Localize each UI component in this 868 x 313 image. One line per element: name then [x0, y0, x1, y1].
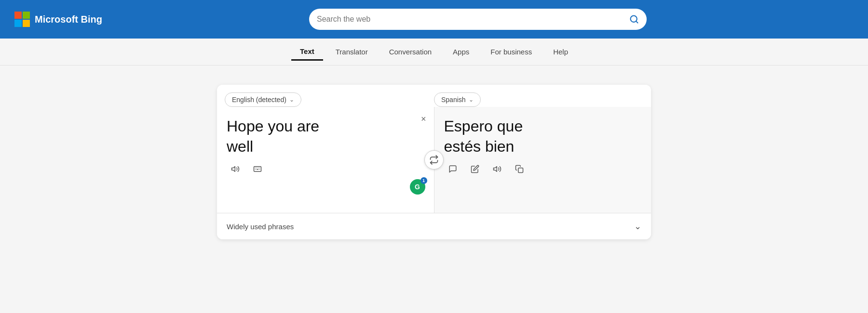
svg-marker-4	[493, 167, 497, 172]
header: Microsoft Bing	[0, 0, 868, 39]
target-pencil-button[interactable]	[466, 160, 484, 178]
svg-rect-5	[518, 168, 523, 173]
swap-wrap	[424, 150, 444, 170]
source-lang-area: English (detected) ⌄	[225, 92, 434, 107]
ms-logo-red	[14, 12, 22, 19]
target-lang-chevron-icon: ⌄	[469, 96, 474, 103]
grammarly-circle: G 1	[410, 179, 425, 195]
nav-item-conversation[interactable]: Conversation	[380, 44, 440, 60]
search-button[interactable]	[629, 14, 639, 24]
translator-card: English (detected) ⌄ Spanish ⌄ Hope you …	[217, 85, 651, 239]
source-text-input[interactable]: Hope you are well	[227, 117, 424, 156]
nav-item-text[interactable]: Text	[291, 43, 323, 61]
ms-logo-green	[23, 12, 30, 19]
translated-text: Espero que estés bien	[444, 117, 642, 156]
target-lang-area: Spanish ⌄	[434, 92, 643, 107]
source-lang-dropdown[interactable]: English (detected) ⌄	[225, 92, 301, 107]
swap-button[interactable]	[424, 150, 444, 170]
source-panel-actions	[227, 156, 424, 180]
ms-logo	[14, 12, 30, 27]
ms-logo-blue	[14, 20, 22, 27]
logo-area: Microsoft Bing	[14, 12, 102, 27]
target-speak-button[interactable]	[488, 160, 506, 178]
translation-panels: Hope you are well ×	[217, 107, 651, 213]
logo-text: Microsoft Bing	[35, 14, 102, 25]
clear-button[interactable]: ×	[421, 115, 426, 123]
lang-selectors: English (detected) ⌄ Spanish ⌄	[217, 85, 651, 107]
phrases-label: Widely used phrases	[227, 222, 294, 231]
svg-line-1	[636, 21, 638, 23]
grammarly-icon[interactable]: G 1	[410, 179, 425, 195]
navbar: Text Translator Conversation Apps For bu…	[0, 39, 868, 65]
nav-item-translator[interactable]: Translator	[327, 44, 377, 60]
search-area	[102, 9, 854, 30]
source-lang-label: English (detected)	[232, 96, 286, 104]
nav-item-apps[interactable]: Apps	[444, 44, 478, 60]
target-panel-actions	[444, 156, 642, 180]
svg-marker-2	[232, 167, 235, 172]
source-speak-button[interactable]	[227, 160, 244, 178]
source-keyboard-button[interactable]	[249, 160, 266, 178]
phrases-chevron-icon: ⌄	[634, 221, 641, 232]
source-text-line1: Hope you are	[227, 117, 319, 135]
target-lang-dropdown[interactable]: Spanish ⌄	[434, 92, 481, 107]
source-text-line2: well	[227, 138, 253, 155]
phrases-bar[interactable]: Widely used phrases ⌄	[217, 213, 651, 239]
main-content: English (detected) ⌄ Spanish ⌄ Hope you …	[0, 65, 868, 259]
source-lang-chevron-icon: ⌄	[289, 96, 294, 103]
search-input[interactable]	[317, 15, 625, 24]
target-panel: Espero que estés bien	[434, 107, 651, 213]
source-panel: Hope you are well ×	[217, 107, 434, 213]
target-lang-label: Spanish	[441, 96, 466, 104]
search-box	[309, 9, 647, 30]
nav-item-help[interactable]: Help	[544, 44, 577, 60]
ms-logo-yellow	[23, 20, 30, 27]
translated-text-line2: estés bien	[444, 138, 515, 155]
target-chat-button[interactable]	[444, 160, 461, 178]
grammarly-badge: 1	[420, 177, 427, 184]
nav-item-for-business[interactable]: For business	[482, 44, 541, 60]
translated-text-line1: Espero que	[444, 117, 523, 135]
target-copy-button[interactable]	[511, 160, 528, 178]
